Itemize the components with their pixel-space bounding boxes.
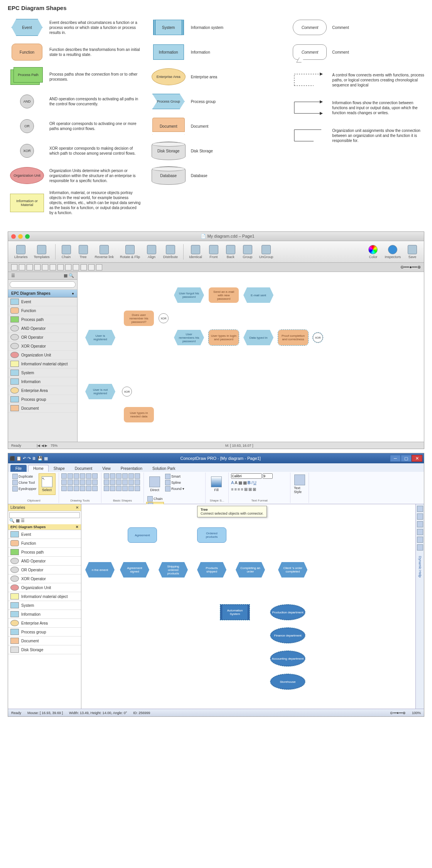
tool-icon[interactable] (57, 264, 64, 270)
tool-icon[interactable] (96, 264, 102, 270)
sidebar-item[interactable]: Information (8, 377, 77, 386)
tool-icon[interactable] (34, 264, 40, 270)
sidebar-item[interactable]: AND Operator (8, 557, 81, 566)
direct-button[interactable]: Direct (146, 473, 163, 495)
eyedropper-button[interactable]: Eyedropper (11, 486, 38, 492)
node-storehouse[interactable]: Storehouse (270, 674, 305, 689)
node-user-registered[interactable]: User is registered (85, 330, 115, 345)
zoom-slider[interactable]: ⊖━━●━━⊕ (390, 711, 406, 715)
close-button[interactable]: ✕ (412, 455, 422, 462)
sidebar-panel-title[interactable]: EPC Diagram Shapes ● (8, 290, 77, 297)
sidebar-panel-title[interactable]: EPC Diagram Shapes (10, 525, 46, 529)
tab-file[interactable]: File (10, 465, 27, 472)
dynamic-help[interactable]: Dynamic Help (418, 556, 422, 578)
sidebar-item[interactable]: XOR Operator (8, 574, 81, 583)
inspectors-button[interactable]: Inspectors (382, 244, 403, 260)
node-email-sent[interactable]: E-mail sent (243, 287, 273, 303)
win-titlebar[interactable]: ⬛ 📋 ↶ ↷ 🗎 💾 ▦ ConceptDraw PRO - [My diag… (8, 453, 424, 463)
sidebar-item[interactable]: System (8, 601, 81, 610)
sidebar-item[interactable]: AND Operator (8, 324, 77, 333)
templates-button[interactable]: Templates (32, 244, 52, 260)
color-button[interactable]: Color (365, 244, 381, 260)
tab-document[interactable]: Document (70, 465, 98, 472)
identical-button[interactable]: Identical (187, 244, 204, 260)
tool-icon[interactable] (417, 506, 423, 512)
grid-view-icon[interactable]: ▦ 🔍 (64, 273, 74, 278)
tool-icon[interactable] (417, 537, 423, 543)
save-button[interactable]: Save (405, 244, 420, 260)
node-xor-1[interactable]: XOR (159, 313, 169, 323)
sidebar-item[interactable]: Function (8, 539, 81, 548)
close-icon[interactable]: ✕ (76, 505, 79, 510)
drawing-tools[interactable] (61, 473, 99, 499)
tool-icon[interactable] (81, 264, 87, 270)
duplicate-button[interactable]: Duplicate (11, 473, 38, 480)
minimize-button[interactable]: ─ (390, 455, 401, 462)
node-automation-system[interactable]: Automation System (220, 605, 250, 620)
sidebar-item[interactable]: Event (8, 297, 77, 306)
tab-home[interactable]: Home (28, 465, 49, 472)
sidebar-item[interactable]: Information/ material object (8, 592, 81, 601)
sidebar-item[interactable]: System (8, 368, 77, 377)
tree-button[interactable]: Tree (76, 244, 91, 260)
tool-icon[interactable] (417, 529, 423, 535)
tool-icon[interactable] (27, 264, 33, 270)
library-search-input[interactable] (9, 512, 80, 518)
libraries-button[interactable]: Libraries (12, 244, 30, 260)
sidebar-item[interactable]: Document (8, 637, 81, 645)
close-button[interactable] (11, 234, 16, 239)
chain-button[interactable]: Chain (59, 244, 74, 260)
node-xor-3[interactable]: XOR (122, 387, 132, 397)
sidebar-item[interactable]: Organization Unit (8, 583, 81, 592)
tab-shape[interactable]: Shape (49, 465, 70, 472)
chain-button[interactable]: Chain (146, 496, 164, 502)
back-button[interactable]: Back (223, 244, 238, 260)
node-nth[interactable]: n the ement (85, 562, 115, 578)
maximize-button[interactable]: ▢ (401, 455, 412, 462)
node-products-shipped[interactable]: Products shipped (197, 562, 226, 578)
node-types-data[interactable]: User types in needed data (124, 407, 154, 422)
align-button[interactable]: Align (144, 244, 159, 260)
select-button[interactable]: ↖Select (39, 473, 56, 495)
text-format-buttons[interactable]: AA▦▦BIU (231, 480, 273, 485)
basic-shapes[interactable] (104, 473, 141, 499)
sidebar-search-input[interactable] (10, 281, 76, 288)
tool-icon[interactable] (88, 264, 94, 270)
sidebar-item[interactable]: Process path (8, 548, 81, 557)
sidebar-item[interactable]: Enterprise Area (8, 619, 81, 628)
font-select[interactable] (231, 473, 262, 479)
node-send-email[interactable]: Send an e-mail with new password (209, 287, 239, 303)
node-data-typed[interactable]: Data typed in (243, 330, 273, 345)
sidebar-item[interactable]: Organization Unit (8, 351, 77, 360)
node-order-completed[interactable]: Client 's order completed (278, 562, 307, 578)
rotate-flip-button[interactable]: Rotate & Flip (118, 244, 142, 260)
fill-button[interactable]: Fill (208, 473, 225, 495)
node-ordered-products[interactable]: Ordered products (197, 527, 226, 543)
mac-titlebar[interactable]: 📄 My diagram.cdd – Page1 (8, 232, 424, 241)
tab-view[interactable]: View (97, 465, 116, 472)
node-agreement[interactable]: Agreement (128, 527, 157, 543)
tool-icon[interactable] (19, 264, 25, 270)
node-not-registered[interactable]: User is not registered (85, 384, 115, 399)
maximize-button[interactable] (25, 234, 30, 239)
tool-icon[interactable] (417, 513, 423, 520)
zoom-value[interactable]: 75% (51, 444, 57, 448)
sidebar-item[interactable]: Process path (8, 315, 77, 324)
clone-tool-button[interactable]: Clone Tool (11, 480, 38, 486)
ungroup-button[interactable]: UnGroup (257, 244, 276, 260)
sidebar-item[interactable]: Process group (8, 628, 81, 637)
round-button[interactable]: Round ▾ (164, 486, 186, 492)
smart-button[interactable]: Smart (164, 473, 186, 480)
sidebar-item[interactable]: Information/ material object (8, 360, 77, 368)
distribute-button[interactable]: Distribute (161, 244, 180, 260)
node-proof-completion[interactable]: Proof completion and correctness (278, 330, 308, 345)
zoom-value[interactable]: 100% (412, 711, 421, 715)
sidebar-item[interactable]: XOR Operator (8, 342, 77, 351)
sidebar-item[interactable]: Event (8, 530, 81, 539)
reverse-link-button[interactable]: Reverse link (93, 244, 116, 260)
node-finance-dept[interactable]: Finance department (270, 628, 305, 643)
sidebar-item[interactable]: Process group (8, 395, 77, 404)
minimize-button[interactable] (18, 234, 23, 239)
group-button[interactable]: Group (240, 244, 255, 260)
text-align-buttons[interactable]: ≡≡≡≡⊞⊞⊞ (231, 487, 273, 492)
